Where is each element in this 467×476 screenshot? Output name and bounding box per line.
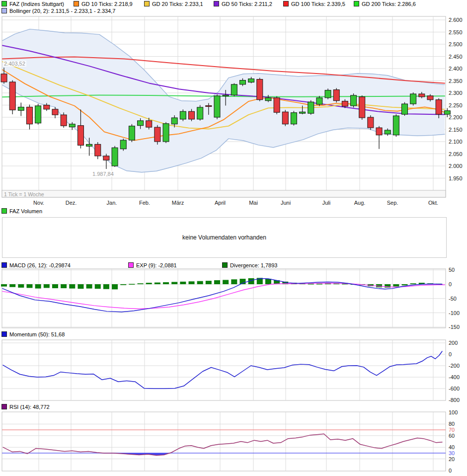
legend-item: FAZ Volumen — [1, 208, 42, 215]
svg-text:-150: -150 — [449, 324, 460, 330]
svg-text:200: 200 — [449, 340, 458, 346]
legend-swatch-icon — [1, 208, 7, 214]
legend-swatch-icon — [1, 262, 7, 268]
svg-text:2.050: 2.050 — [449, 151, 463, 157]
svg-text:Jan.: Jan. — [107, 200, 117, 206]
legend-item: GD 50 Ticks: 2.211,2 — [214, 1, 272, 8]
legend-label: Divergence: 1,7893 — [230, 262, 277, 268]
volume-panel-box: keine Volumendaten vorhanden — [2, 217, 447, 258]
legend-item: Bollinger (20, 2): 2.131,5 - 2.233,1 - 2… — [1, 8, 115, 15]
legend-swatch-icon — [128, 262, 134, 268]
legend-label: Bollinger (20, 2): 2.131,5 - 2.233,1 - 2… — [9, 8, 115, 14]
legend-item: FAZ (Indizes Stuttgart) — [1, 1, 64, 8]
legend-item: GD 200 Ticks: 2.286,6 — [354, 1, 416, 8]
legend-item: GD 100 Ticks: 2.339,5 — [283, 1, 345, 8]
legend-label: RSI (14): 48,772 — [9, 404, 50, 410]
svg-text:Juni: Juni — [281, 200, 291, 206]
svg-text:0: 0 — [449, 351, 452, 357]
legend-item: MACD (26, 12): -0,29874 — [1, 262, 71, 269]
legend-label: GD 20 Ticks: 2.233,1 — [152, 1, 203, 7]
rsi-legend: RSI (14): 48,772 — [0, 404, 467, 411]
svg-text:-400: -400 — [449, 374, 460, 380]
svg-text:Mai: Mai — [249, 200, 258, 206]
legend-swatch-icon — [214, 1, 219, 6]
macd-legend: MACD (26, 12): -0,29874EXP (9): -2,0881D… — [0, 262, 467, 269]
volume-empty-message: keine Volumendaten vorhanden — [182, 234, 266, 241]
svg-text:April: April — [215, 200, 226, 206]
svg-text:2.500: 2.500 — [449, 41, 463, 47]
legend-swatch-icon — [1, 331, 7, 337]
svg-text:-800: -800 — [449, 397, 460, 403]
legend-item: GD 10 Ticks: 2.218,9 — [74, 1, 133, 8]
volume-legend: FAZ Volumen — [0, 208, 467, 215]
legend-label: FAZ (Indizes Stuttgart) — [9, 1, 64, 7]
svg-text:2.450: 2.450 — [449, 54, 463, 60]
low-annotation: 1.987,84 — [91, 171, 115, 177]
svg-text:Aug.: Aug. — [354, 200, 366, 206]
legend-label: EXP (9): -2,0881 — [136, 262, 177, 268]
svg-text:40: 40 — [449, 444, 455, 450]
svg-text:2.000: 2.000 — [449, 163, 463, 169]
legend-label: Momentum (50): 51,68 — [9, 331, 65, 337]
svg-text:Dez.: Dez. — [66, 200, 77, 206]
svg-text:2.350: 2.350 — [449, 78, 463, 84]
svg-text:2.400: 2.400 — [449, 66, 463, 72]
legend-label: GD 200 Ticks: 2.286,6 — [362, 1, 416, 7]
svg-text:2.300: 2.300 — [449, 90, 463, 96]
momentum-legend: Momentum (50): 51,68 — [0, 331, 467, 338]
svg-text:2.150: 2.150 — [449, 127, 463, 133]
legend-swatch-icon — [1, 1, 7, 6]
svg-text:20: 20 — [449, 456, 455, 462]
svg-text:0: 0 — [449, 468, 452, 474]
svg-text:80: 80 — [449, 421, 455, 427]
svg-text:-100: -100 — [449, 310, 460, 316]
legend-label: FAZ Volumen — [9, 208, 42, 214]
chart-page: Nov.Dez.Jan.Feb.MärzAprilMaiJuniJuliAug.… — [0, 0, 467, 476]
svg-text:2.250: 2.250 — [449, 102, 463, 108]
legend-item: GD 20 Ticks: 2.233,1 — [144, 1, 203, 8]
legend-item: Momentum (50): 51,68 — [1, 331, 65, 338]
svg-text:2.100: 2.100 — [449, 139, 463, 145]
legend-label: MACD (26, 12): -0,29874 — [9, 262, 71, 268]
legend-swatch-icon — [1, 8, 7, 13]
svg-text:-600: -600 — [449, 386, 460, 392]
svg-text:-200: -200 — [449, 363, 460, 369]
legend-swatch-icon — [1, 404, 7, 409]
svg-text:März: März — [172, 200, 184, 206]
legend-swatch-icon — [74, 1, 79, 6]
legend-label: GD 10 Ticks: 2.218,9 — [81, 1, 133, 7]
svg-text:Nov.: Nov. — [33, 200, 44, 206]
legend-swatch-icon — [222, 262, 228, 268]
main-legend-row-2: Bollinger (20, 2): 2.131,5 - 2.233,1 - 2… — [0, 8, 467, 15]
svg-text:Okt.: Okt. — [428, 200, 438, 206]
svg-text:2.600: 2.600 — [449, 17, 463, 23]
svg-text:Juli: Juli — [322, 200, 331, 206]
svg-text:70: 70 — [449, 427, 455, 433]
high-annotation: 2.403,52 — [3, 61, 26, 67]
legend-item: Divergence: 1,7893 — [222, 262, 277, 269]
svg-text:2.550: 2.550 — [449, 29, 463, 35]
legend-item: EXP (9): -2,0881 — [128, 262, 177, 269]
svg-text:2.200: 2.200 — [449, 114, 463, 120]
svg-text:Sep.: Sep. — [387, 200, 398, 206]
legend-label: GD 50 Ticks: 2.211,2 — [222, 1, 272, 7]
main-legend-row-1: FAZ (Indizes Stuttgart)GD 10 Ticks: 2.21… — [0, 1, 467, 8]
legend-swatch-icon — [354, 1, 359, 6]
svg-text:0: 0 — [449, 281, 452, 287]
legend-label: GD 100 Ticks: 2.339,5 — [291, 1, 345, 7]
legend-swatch-icon — [283, 1, 289, 6]
svg-text:-50: -50 — [449, 296, 457, 302]
svg-text:30: 30 — [449, 450, 455, 456]
legend-item: RSI (14): 48,772 — [1, 404, 50, 411]
tick-interval-note: 1 Tick = 1 Woche — [4, 191, 44, 197]
legend-swatch-icon — [144, 1, 150, 6]
svg-text:60: 60 — [449, 433, 455, 439]
svg-text:1.950: 1.950 — [449, 175, 463, 181]
svg-text:Feb.: Feb. — [139, 200, 150, 206]
